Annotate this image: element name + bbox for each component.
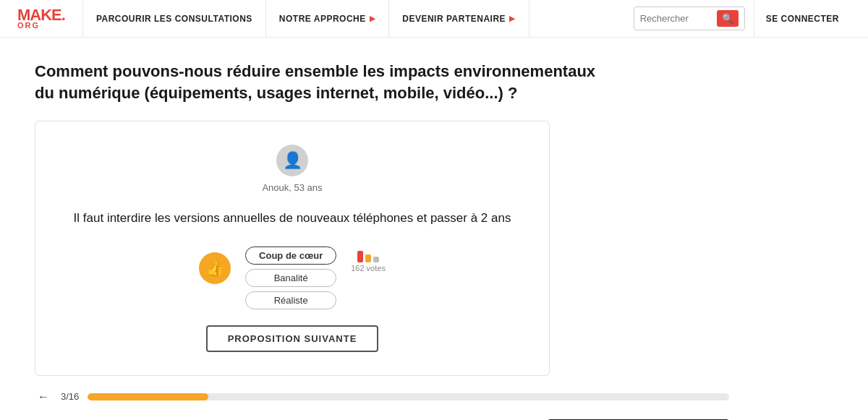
avatar: 👤 — [276, 145, 308, 176]
search-input[interactable] — [640, 13, 712, 24]
progress-fill — [88, 393, 208, 400]
nav-item-partenaire[interactable]: DEVENIR PARTENAIRE ▶ — [389, 0, 529, 38]
next-proposal-button[interactable]: PROPOSITION SUIVANTE — [206, 325, 379, 352]
vote-option-realiste[interactable]: Réaliste — [245, 291, 336, 309]
nav-item-approche[interactable]: NOTRE APPROCHE ▶ — [266, 0, 389, 38]
vote-bar-orange — [365, 254, 371, 262]
search-area: 🔍 SE CONNECTER — [634, 0, 851, 38]
nav-item-consultations[interactable]: PARCOURIR LES CONSULTATIONS — [82, 0, 266, 38]
header: MAKE. ORG PARCOURIR LES CONSULTATIONS NO… — [0, 0, 868, 38]
prev-button[interactable]: ← — [35, 387, 52, 406]
search-box: 🔍 — [634, 7, 745, 30]
chevron-icon: ▶ — [370, 14, 376, 22]
progress-track — [88, 393, 729, 400]
vote-count-area: 162 votes — [351, 251, 386, 273]
vote-option-coup-de-coeur[interactable]: Coup de cœur — [245, 247, 336, 265]
vote-bar-grey — [373, 257, 379, 262]
logo[interactable]: MAKE. ORG — [17, 7, 65, 30]
main-content: Comment pouvons-nous réduire ensemble le… — [0, 38, 868, 420]
vote-option-banalite[interactable]: Banalité — [245, 269, 336, 287]
vote-options: Coup de cœur Banalité Réaliste — [245, 247, 336, 309]
vote-count-text: 162 votes — [351, 264, 386, 273]
vote-bars — [357, 251, 379, 262]
user-icon: 👤 — [283, 151, 302, 170]
thumbs-up-button[interactable]: 👍 — [199, 252, 231, 284]
progress-label: 3/16 — [61, 391, 79, 402]
chevron-icon: ▶ — [509, 14, 516, 22]
page-question: Comment pouvons-nous réduire ensemble le… — [35, 61, 599, 103]
main-nav: PARCOURIR LES CONSULTATIONS NOTRE APPROC… — [82, 0, 634, 38]
vote-bar-red — [357, 251, 363, 262]
search-button[interactable]: 🔍 — [717, 10, 739, 27]
user-info: Anouk, 53 ans — [262, 182, 322, 193]
proposal-text: Il faut interdire les versions annuelles… — [74, 209, 511, 228]
connect-button[interactable]: SE CONNECTER — [754, 0, 851, 38]
progress-row: ← 3/16 — [35, 387, 729, 406]
proposal-card: 👤 Anouk, 53 ans Il faut interdire les ve… — [35, 121, 550, 376]
vote-area: 👍 Coup de cœur Banalité Réaliste 162 vot… — [199, 247, 386, 309]
